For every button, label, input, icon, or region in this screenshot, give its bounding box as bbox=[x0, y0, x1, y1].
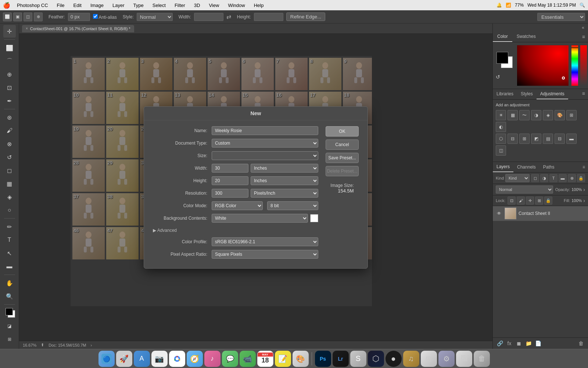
foreground-color[interactable] bbox=[6, 308, 13, 315]
cancel-button[interactable]: Cancel bbox=[326, 139, 359, 150]
shape-tool[interactable]: ▬ bbox=[3, 260, 16, 273]
hand-tool[interactable]: ✋ bbox=[3, 277, 16, 289]
dock-icon-trash[interactable]: 🗑 bbox=[474, 351, 490, 367]
vibrance-icon[interactable]: ◈ bbox=[543, 110, 553, 120]
menu-file[interactable]: File bbox=[55, 2, 67, 9]
threshold-icon[interactable]: ⊟ bbox=[555, 134, 565, 144]
exposure-icon[interactable]: ◑ bbox=[531, 110, 541, 120]
pen-tool[interactable]: ✏ bbox=[3, 220, 16, 233]
color-mode-select[interactable]: RGB Color CMYK Color Grayscale bbox=[212, 201, 263, 210]
color-saturation-box[interactable] bbox=[517, 45, 569, 86]
marquee-icon-1[interactable]: ⬜ bbox=[3, 13, 12, 21]
filter-kind-select[interactable]: Kind bbox=[505, 174, 530, 182]
lasso-tool[interactable]: ⌒ bbox=[3, 55, 16, 67]
lock-transparent-icon[interactable]: ⊡ bbox=[508, 197, 516, 205]
collapse-panel-icon[interactable]: « bbox=[580, 24, 587, 31]
marquee-icon-4[interactable]: ⊕ bbox=[34, 13, 43, 21]
curves-icon[interactable]: 〜 bbox=[519, 110, 530, 120]
gradient-tool[interactable]: ▦ bbox=[3, 177, 16, 190]
text-tool[interactable]: T bbox=[3, 234, 16, 246]
new-layer-icon[interactable]: 📄 bbox=[534, 339, 542, 347]
dock-icon-notes[interactable]: 📝 bbox=[275, 351, 291, 367]
layers-panel-menu-icon[interactable]: ≡ bbox=[580, 163, 588, 171]
lock-position-icon[interactable]: ✛ bbox=[526, 197, 534, 205]
link-layers-icon[interactable]: 🔗 bbox=[496, 339, 504, 347]
width-value-input[interactable] bbox=[212, 164, 248, 173]
screen-mode-tool[interactable]: ⊞ bbox=[3, 333, 16, 346]
dock-icon-appstore[interactable]: A bbox=[134, 351, 150, 367]
feather-input[interactable] bbox=[68, 13, 90, 21]
add-style-icon[interactable]: fx bbox=[505, 339, 513, 347]
dock-icon-arc[interactable]: ⬡ bbox=[368, 351, 384, 367]
type-filter-icon[interactable]: T bbox=[549, 174, 557, 182]
gradient-map-icon[interactable]: ▬ bbox=[566, 134, 577, 144]
fg-color-swatch[interactable] bbox=[496, 52, 508, 64]
menu-view[interactable]: View bbox=[207, 2, 221, 9]
menu-3d[interactable]: 3D bbox=[192, 2, 202, 9]
advanced-toggle[interactable]: ▶ Advanced bbox=[153, 226, 318, 234]
levels-icon[interactable]: ▦ bbox=[508, 110, 518, 120]
tab-swatches[interactable]: Swatches bbox=[512, 32, 540, 42]
doc-type-select[interactable]: Custom Default Photoshop Size Letter bbox=[212, 139, 318, 148]
anti-alias-checkbox[interactable] bbox=[93, 14, 98, 19]
dock-icon-chrome[interactable] bbox=[169, 351, 185, 367]
new-group-icon[interactable]: 📁 bbox=[524, 339, 533, 347]
table-row[interactable]: 👁 Contact Sheet II bbox=[493, 206, 588, 221]
lock-all-icon[interactable]: 🔒 bbox=[544, 197, 552, 205]
dock-icon-calendar[interactable]: MAY 18 bbox=[257, 351, 273, 367]
filter-toggle-icon[interactable]: 🔒 bbox=[577, 174, 585, 182]
export-icon[interactable]: ⬆ bbox=[41, 343, 44, 347]
dock-icon-facetime[interactable]: 📹 bbox=[240, 351, 256, 367]
search-icon[interactable]: 🔍 bbox=[580, 3, 585, 8]
history-brush-tool[interactable]: ↺ bbox=[3, 151, 16, 163]
eyedropper-tool[interactable]: ✒ bbox=[3, 95, 16, 107]
color-lookup-icon[interactable]: ⊞ bbox=[519, 134, 530, 144]
doc-tab[interactable]: × ContactSheet-001 @ 16.7% (Contact Shee… bbox=[22, 25, 134, 32]
refine-edge-button[interactable]: Refine Edge... bbox=[286, 13, 325, 21]
dock-icon-photos[interactable]: 📷 bbox=[151, 351, 168, 367]
essentials-select[interactable]: Essentials bbox=[537, 13, 585, 21]
reset-colors-icon[interactable]: ↺ bbox=[496, 74, 500, 80]
quick-mask-tool[interactable]: ◪ bbox=[3, 320, 16, 332]
color-panel-menu-icon[interactable]: ≡ bbox=[579, 32, 588, 41]
brush-tool[interactable]: 🖌 bbox=[3, 124, 16, 137]
menu-layer[interactable]: Layer bbox=[110, 2, 127, 9]
name-input[interactable] bbox=[212, 126, 318, 135]
quick-select-tool[interactable]: ⊕ bbox=[3, 68, 16, 81]
color-profile-select[interactable]: sRGB IEC61966-2.1 Adobe RGB ProPhoto RGB bbox=[212, 237, 318, 246]
marquee-icon-3[interactable]: ◫ bbox=[24, 13, 32, 21]
dock-icon-lightroom[interactable]: Lr bbox=[333, 351, 349, 367]
blend-mode-select[interactable]: Normal Multiply Screen bbox=[496, 185, 553, 194]
menu-select[interactable]: Select bbox=[150, 2, 168, 9]
dock-icon-launchpad[interactable]: 🚀 bbox=[116, 351, 132, 367]
photo-filter-icon[interactable]: ⬡ bbox=[496, 134, 506, 144]
close-tab-icon[interactable]: × bbox=[26, 26, 28, 31]
delete-layer-icon[interactable]: 🗑 bbox=[577, 339, 585, 347]
layer-visibility-icon[interactable]: 👁 bbox=[496, 210, 502, 217]
tab-styles[interactable]: Styles bbox=[517, 89, 537, 99]
menu-image[interactable]: Image bbox=[88, 2, 106, 9]
menu-edit[interactable]: Edit bbox=[71, 2, 84, 9]
brightness-contrast-icon[interactable]: ☀ bbox=[496, 110, 506, 120]
crop-tool[interactable]: ⊡ bbox=[3, 81, 16, 94]
channel-mixer-icon[interactable]: ⊟ bbox=[508, 134, 518, 144]
dock-icon-safari[interactable]: 🧭 bbox=[187, 351, 203, 367]
menu-window[interactable]: Window bbox=[226, 2, 247, 9]
fill-expand-icon[interactable]: › bbox=[583, 198, 585, 204]
pixel-aspect-select[interactable]: Square Pixels D1/DV NTSC D1/DV PAL bbox=[212, 250, 318, 259]
tab-adjustments[interactable]: Adjustments bbox=[537, 89, 568, 99]
move-tool[interactable]: ✛ bbox=[3, 25, 16, 38]
apple-menu[interactable]: 🍎 bbox=[3, 2, 10, 9]
resolution-unit-select[interactable]: Pixels/Inch Pixels/Cm bbox=[251, 189, 318, 198]
hue-saturation-icon[interactable]: 🎨 bbox=[555, 110, 565, 120]
dock-icon-music[interactable]: ♫ bbox=[403, 351, 419, 367]
resolution-input[interactable] bbox=[212, 189, 248, 198]
smart-filter-icon[interactable]: ⊗ bbox=[568, 174, 576, 182]
hue-slider[interactable] bbox=[571, 45, 578, 86]
foreground-background-colors[interactable] bbox=[3, 307, 16, 319]
dock-icon-sysprefs[interactable]: ⚙ bbox=[438, 351, 455, 367]
menu-type[interactable]: Type bbox=[131, 2, 146, 9]
height-input[interactable] bbox=[254, 13, 283, 21]
add-mask-icon[interactable]: ◼ bbox=[515, 339, 523, 347]
dock-icon-safari2[interactable]: S bbox=[350, 351, 366, 367]
